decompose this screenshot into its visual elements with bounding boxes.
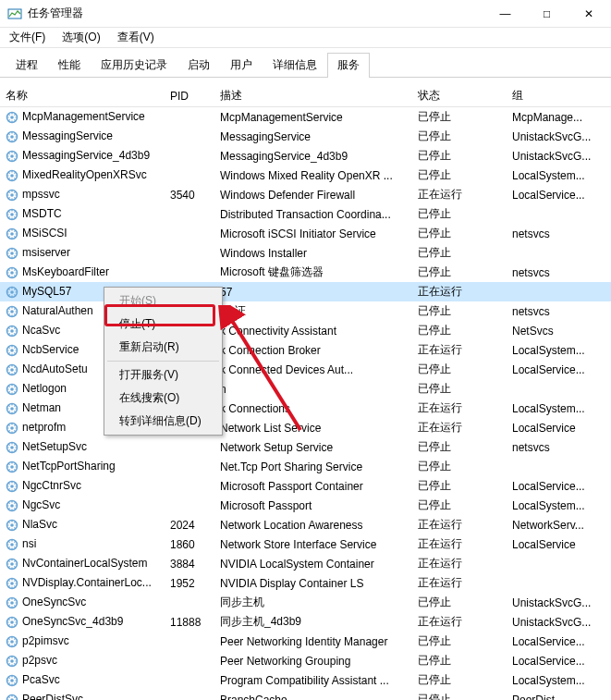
tab-1[interactable]: 性能 [48, 53, 91, 78]
cell-status: 已停止 [412, 206, 507, 222]
service-row[interactable]: NlaSvc2024Network Location Awareness正在运行… [0, 515, 611, 534]
tab-5[interactable]: 详细信息 [263, 53, 327, 78]
cell-group: netsvcs [507, 227, 611, 240]
service-row[interactable]: OneSyncSvc_4d3b911888同步主机_4d3b9正在运行Unist… [0, 612, 611, 632]
ctx-separator [107, 361, 219, 362]
service-row[interactable]: NcdAutoSetuk Connected Devices Aut...已停止… [0, 360, 611, 379]
service-row[interactable]: NcbServicek Connection Broker正在运行LocalSy… [0, 340, 611, 360]
cell-status: 已停止 [412, 459, 507, 474]
service-row[interactable]: Netmank Connections正在运行LocalSystem... [0, 399, 611, 418]
service-row[interactable]: NetSetupSvcNetwork Setup Service已停止netsv… [0, 437, 611, 457]
cell-name: PcaSvc [0, 673, 165, 687]
ctx-stop[interactable]: 停止(T) [106, 313, 220, 336]
menu-view[interactable]: 查看(V) [114, 29, 158, 46]
cell-name: NgcSvc [0, 498, 165, 512]
cell-group: netsvcs [507, 266, 611, 279]
service-icon [6, 558, 18, 571]
cell-status: 已停止 [412, 595, 507, 610]
svg-point-4 [10, 135, 14, 139]
header-pid[interactable]: PID [165, 90, 214, 103]
svg-point-50 [10, 582, 14, 585]
svg-point-54 [10, 620, 14, 624]
service-row[interactable]: MessagingServiceMessagingService已停止Unist… [0, 127, 611, 146]
maximize-button[interactable]: □ [526, 0, 568, 27]
service-row[interactable]: p2psvcPeer Networking Grouping已停止LocalSe… [0, 651, 611, 670]
cell-group: netsvcs [507, 441, 611, 454]
cell-desc: Microsoft iSCSI Initiator Service [214, 227, 412, 240]
tab-2[interactable]: 应用历史记录 [91, 53, 177, 78]
service-icon [6, 169, 18, 182]
cell-desc: k Connected Devices Aut... [214, 363, 412, 376]
cell-status: 已停止 [412, 692, 507, 700]
header-name[interactable]: 名称 [0, 88, 165, 104]
cell-group: UnistackSvcG... [507, 150, 611, 163]
service-row[interactable]: NaturalAuthen}验证已停止netsvcs [0, 301, 611, 321]
service-row[interactable]: MySQL5757正在运行 [0, 282, 611, 301]
service-row[interactable]: MixedRealityOpenXRSvcWindows Mixed Reali… [0, 166, 611, 185]
cell-status: 正在运行 [412, 614, 507, 630]
service-row[interactable]: NgcCtnrSvcMicrosoft Passport Container已停… [0, 476, 611, 496]
cell-group: UnistackSvcG... [507, 616, 611, 629]
service-row[interactable]: nsi1860Network Store Interface Service正在… [0, 534, 611, 554]
cell-name: MixedRealityOpenXRSvc [0, 168, 165, 182]
cell-desc: Peer Networking Identity Manager [214, 635, 412, 648]
cell-desc: Windows Defender Firewall [214, 189, 412, 202]
cell-desc: k Connectivity Assistant [214, 325, 412, 338]
cell-status: 已停止 [412, 129, 507, 144]
svg-point-30 [10, 387, 14, 391]
header-group[interactable]: 组 [507, 88, 611, 104]
service-row[interactable]: msiserverWindows Installer已停止 [0, 243, 611, 263]
service-row[interactable]: NgcSvcMicrosoft Passport已停止LocalSystem..… [0, 496, 611, 515]
ctx-search-online[interactable]: 在线搜索(O) [106, 387, 220, 410]
service-row[interactable]: PcaSvcProgram Compatibility Assistant ..… [0, 670, 611, 690]
service-row[interactable]: NVDisplay.ContainerLoc...1952NVIDIA Disp… [0, 573, 611, 593]
service-row[interactable]: PeerDistSvcBranchCache已停止PeerDist [0, 690, 611, 700]
service-row[interactable]: OneSyncSvc同步主机已停止UnistackSvcG... [0, 593, 611, 612]
service-row[interactable]: MessagingService_4d3b9MessagingService_4… [0, 146, 611, 166]
cell-name: PeerDistSvc [0, 693, 165, 700]
svg-point-6 [10, 154, 14, 158]
cell-desc: Microsoft 键盘筛选器 [214, 264, 412, 280]
service-row[interactable]: MSDTCDistributed Transaction Coordina...… [0, 204, 611, 224]
header-desc[interactable]: 描述 [214, 88, 412, 104]
cell-group: NetworkServ... [507, 519, 611, 532]
tab-6[interactable]: 服务 [327, 53, 370, 78]
minimize-button[interactable]: — [484, 0, 526, 27]
ctx-to-details[interactable]: 转到详细信息(D) [106, 410, 220, 433]
service-row[interactable]: MSiSCSIMicrosoft iSCSI Initiator Service… [0, 224, 611, 243]
cell-group: netsvcs [507, 305, 611, 318]
ctx-restart[interactable]: 重新启动(R) [106, 336, 220, 359]
cell-name: MessagingService [0, 129, 165, 143]
cell-status: 正在运行 [412, 556, 507, 571]
service-row[interactable]: McpManagementServiceMcpManagementService… [0, 107, 611, 127]
service-row[interactable]: p2pimsvcPeer Networking Identity Manager… [0, 632, 611, 651]
ctx-open-services[interactable]: 打开服务(V) [106, 363, 220, 387]
service-row[interactable]: netprofm1744Network List Service正在运行Loca… [0, 418, 611, 437]
service-icon [6, 694, 18, 700]
service-row[interactable]: NetTcpPortSharingNet.Tcp Port Sharing Se… [0, 457, 611, 476]
tab-3[interactable]: 启动 [177, 53, 220, 78]
cell-status: 正在运行 [412, 400, 507, 416]
tab-4[interactable]: 用户 [220, 53, 263, 78]
cell-status: 已停止 [412, 633, 507, 649]
cell-desc: Network List Service [214, 422, 412, 435]
service-icon [6, 674, 18, 687]
cell-status: 已停止 [412, 264, 507, 280]
cell-group: LocalService [507, 422, 611, 435]
cell-status: 已停止 [412, 381, 507, 397]
close-button[interactable]: ✕ [568, 0, 609, 27]
svg-point-36 [10, 446, 14, 449]
menu-file[interactable]: 文件(F) [6, 29, 49, 46]
service-row[interactable]: Netlogonn已停止 [0, 379, 611, 399]
cell-group: LocalSystem... [507, 169, 611, 182]
svg-point-48 [10, 562, 14, 566]
menu-options[interactable]: 选项(O) [58, 29, 104, 46]
tab-0[interactable]: 进程 [6, 53, 48, 78]
service-row[interactable]: NvContainerLocalSystem3884NVIDIA LocalSy… [0, 554, 611, 573]
header-status[interactable]: 状态 [412, 88, 507, 104]
cell-name: p2pimsvc [0, 634, 165, 648]
service-row[interactable]: NcaSvck Connectivity Assistant已停止NetSvcs [0, 321, 611, 340]
svg-point-58 [10, 659, 14, 663]
service-row[interactable]: MsKeyboardFilterMicrosoft 键盘筛选器已停止netsvc… [0, 263, 611, 282]
service-row[interactable]: mpssvc3540Windows Defender Firewall正在运行L… [0, 185, 611, 204]
